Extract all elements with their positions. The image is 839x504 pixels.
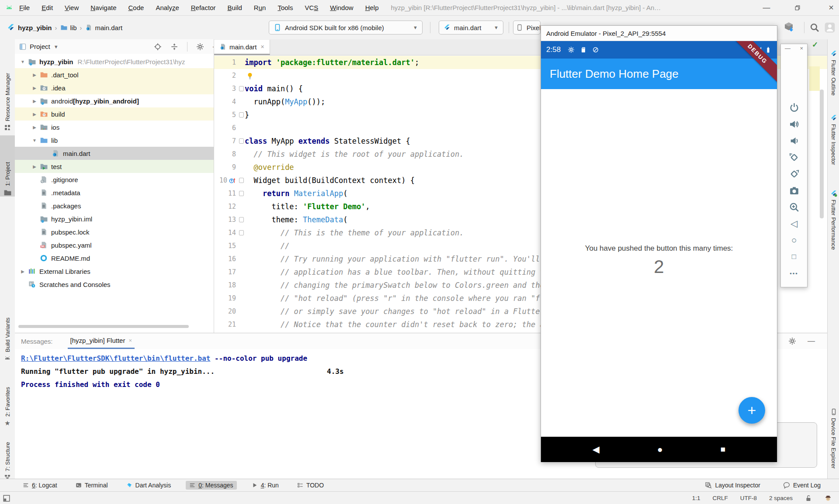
status-crlf[interactable]: CRLF bbox=[712, 495, 728, 501]
menu-file[interactable]: File bbox=[19, 4, 30, 11]
tool-tab-dart-analysis[interactable]: Dart Analysis bbox=[123, 481, 175, 490]
emulator-screen[interactable]: 2:58 Flutter Demo Home Page You have pus… bbox=[541, 41, 777, 462]
chevron-collapsed-icon[interactable]: ▶ bbox=[29, 112, 40, 117]
menu-build[interactable]: Build bbox=[227, 4, 242, 11]
breadcrumb-project[interactable]: hyzp_yibin bbox=[18, 24, 52, 31]
sidebar-item-device-file-explorer[interactable]: Device File Explorer bbox=[828, 408, 839, 477]
emulator-overview-button[interactable]: □ bbox=[781, 249, 807, 264]
code-fold-marker[interactable] bbox=[238, 191, 245, 196]
status-utf-8[interactable]: UTF-8 bbox=[740, 495, 757, 501]
editor-tab-main-dart[interactable]: main.dart × bbox=[214, 40, 270, 55]
tree-row-pubspec-yaml[interactable]: YMLpubspec.yaml bbox=[15, 238, 214, 252]
code-fold-marker[interactable] bbox=[238, 112, 245, 117]
tree-row-lib[interactable]: ▼lib bbox=[15, 134, 214, 147]
maximize-window-icon[interactable] bbox=[794, 5, 803, 11]
close-window-icon[interactable]: × bbox=[827, 3, 836, 13]
chevron-collapsed-icon[interactable]: ▶ bbox=[29, 99, 40, 104]
breadcrumb-file[interactable]: main.dart bbox=[95, 24, 123, 31]
chevron-collapsed-icon[interactable]: ▶ bbox=[29, 164, 40, 169]
search-icon[interactable] bbox=[809, 22, 820, 33]
menu-view[interactable]: View bbox=[65, 4, 79, 11]
messages-tab[interactable]: [hyzp_yibin] Flutter × bbox=[68, 333, 135, 349]
nav-recents-button[interactable]: ■ bbox=[721, 445, 725, 454]
tree-row-build[interactable]: ▶build bbox=[15, 107, 214, 121]
emulator-power-button[interactable] bbox=[781, 100, 807, 115]
menu-window[interactable]: Window bbox=[330, 4, 353, 11]
tree-row-android[interactable]: ▶android [hyzp_yibin_android] bbox=[15, 94, 214, 107]
sidebar-item-2-favorites[interactable]: 2: Favorites★ bbox=[0, 365, 15, 427]
nav-back-button[interactable]: ◀ bbox=[593, 444, 600, 455]
menu-edit[interactable]: Edit bbox=[42, 4, 53, 11]
close-tab-icon[interactable]: × bbox=[261, 43, 264, 50]
menu-refactor[interactable]: Refactor bbox=[191, 4, 216, 11]
chevron-collapsed-icon[interactable]: ▶ bbox=[17, 269, 28, 274]
emulator-volume-up-button[interactable] bbox=[781, 117, 807, 131]
unlock-icon[interactable] bbox=[805, 495, 812, 502]
emulator-more-button[interactable]: ••• bbox=[781, 266, 807, 281]
fab-increment-button[interactable]: + bbox=[738, 397, 765, 424]
tree-row-hyzp-yibin-iml[interactable]: hyzp_yibin.iml bbox=[15, 212, 214, 225]
emulator-home-button[interactable]: ○ bbox=[781, 233, 807, 248]
tree-row--gitignore[interactable]: .gitignore bbox=[15, 173, 214, 186]
tree-row--packages[interactable]: .packages bbox=[15, 199, 214, 212]
project-panel-title[interactable]: Project bbox=[30, 43, 50, 50]
tree-row--dart-tool[interactable]: ▶.dart_tool bbox=[15, 68, 214, 81]
editor-scrollbar[interactable] bbox=[820, 90, 824, 218]
sidebar-item-flutter-outline[interactable]: Flutter Outline bbox=[828, 50, 839, 107]
chevron-collapsed-icon[interactable]: ▶ bbox=[29, 72, 40, 77]
tree-row-pubspec-lock[interactable]: pubspec.lock bbox=[15, 225, 214, 238]
gear-icon[interactable] bbox=[196, 43, 204, 51]
breadcrumb-lib[interactable]: lib bbox=[70, 24, 77, 31]
chevron-down-icon[interactable]: ▼ bbox=[54, 44, 59, 49]
code-fold-marker[interactable] bbox=[238, 86, 245, 91]
emulator-title-bar[interactable]: Android Emulator - Pixel_2_API_29:5554 bbox=[541, 26, 777, 41]
tree-row-test[interactable]: ▶test bbox=[15, 160, 214, 173]
tree-row-main-dart[interactable]: main.dart bbox=[15, 147, 214, 160]
collapse-all-icon[interactable] bbox=[170, 43, 178, 51]
sidebar-item-flutter-inspector[interactable]: Flutter Inspector bbox=[828, 114, 839, 183]
sdk-manager-icon[interactable] bbox=[783, 21, 794, 33]
close-tab-icon[interactable]: × bbox=[128, 337, 132, 344]
close-panel-icon[interactable]: × bbox=[800, 45, 803, 52]
emulator-rotate-right-button[interactable] bbox=[781, 166, 807, 181]
chevron-expanded-icon[interactable]: ▼ bbox=[17, 59, 28, 64]
chevron-collapsed-icon[interactable]: ▶ bbox=[29, 125, 40, 130]
tree-row--idea[interactable]: ▶.idea bbox=[15, 81, 214, 94]
locate-file-icon[interactable] bbox=[154, 43, 162, 51]
nav-home-button[interactable]: ● bbox=[657, 444, 663, 455]
menu-vcs[interactable]: VCS bbox=[305, 4, 318, 11]
chevron-collapsed-icon[interactable]: ▶ bbox=[29, 86, 40, 90]
emulator-volume-down-button[interactable] bbox=[781, 133, 807, 148]
profile-avatar[interactable] bbox=[824, 22, 836, 33]
tool-tab-4-run[interactable]: 4: Run bbox=[248, 481, 282, 490]
menu-run[interactable]: Run bbox=[254, 4, 266, 11]
menu-tools[interactable]: Tools bbox=[277, 4, 293, 11]
tool-tab-terminal[interactable]: Terminal bbox=[72, 481, 111, 490]
intention-bulb-icon[interactable] bbox=[246, 72, 253, 80]
emulator-rotate-left-button[interactable] bbox=[781, 150, 807, 165]
code-fold-marker[interactable] bbox=[238, 138, 245, 144]
tree-row-hyzp-yibin[interactable]: ▼hyzp_yibinR:\FlutterProject\FlutterProj… bbox=[15, 55, 214, 68]
menu-code[interactable]: Code bbox=[128, 4, 144, 11]
tool-tab-0-messages[interactable]: 0: Messages bbox=[186, 481, 236, 490]
tree-row-readme-md[interactable]: README.md bbox=[15, 252, 214, 265]
status-2-spaces[interactable]: 2 spaces bbox=[769, 495, 793, 501]
code-fold-marker[interactable] bbox=[238, 217, 245, 222]
tree-row--metadata[interactable]: .metadata bbox=[15, 186, 214, 199]
menu-navigate[interactable]: Navigate bbox=[90, 4, 116, 11]
emulator-back-button[interactable]: ◁ bbox=[781, 216, 807, 231]
chevron-expanded-icon[interactable]: ▼ bbox=[29, 138, 40, 143]
gear-icon[interactable] bbox=[788, 337, 796, 345]
sidebar-item-flutter-performance[interactable]: Flutter Performance bbox=[828, 190, 839, 265]
hide-panel-icon[interactable]: — bbox=[808, 337, 815, 345]
sidebar-item-resource-manager[interactable]: Resource Manager bbox=[0, 41, 15, 131]
menu-help[interactable]: Help bbox=[365, 4, 379, 11]
override-method-icon[interactable] bbox=[229, 177, 236, 184]
sidebar-item-7-structure[interactable]: 7: Structure bbox=[0, 429, 15, 479]
console-link[interactable]: R:\Flutter\FlutterSDK\flutter\bin\flutte… bbox=[21, 354, 210, 362]
run-config-selector[interactable]: main.dart ▼ bbox=[439, 21, 503, 35]
menu-analyze[interactable]: Analyze bbox=[156, 4, 179, 11]
minimize-panel-icon[interactable]: — bbox=[785, 45, 790, 52]
emulator-camera-button[interactable] bbox=[781, 183, 807, 198]
tree-row-scratches-and-consoles[interactable]: Scratches and Consoles bbox=[15, 278, 214, 291]
